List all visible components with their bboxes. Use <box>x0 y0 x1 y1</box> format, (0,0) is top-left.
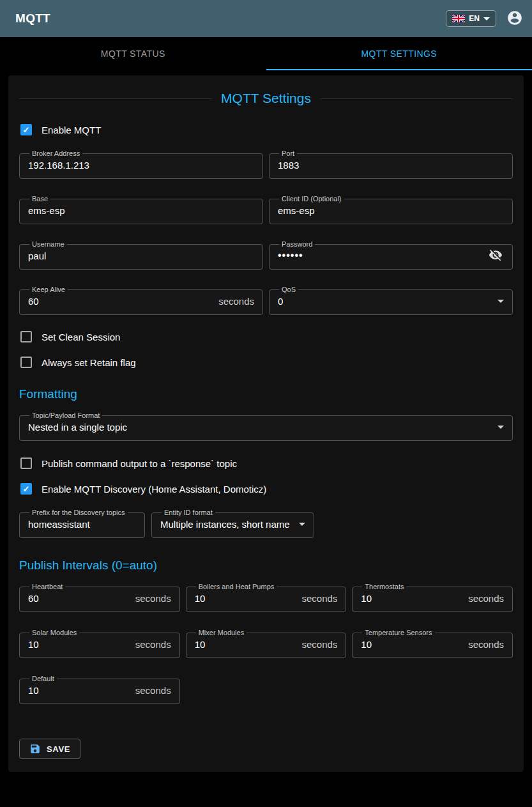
tab-mqtt-status[interactable]: MQTT STATUS <box>0 37 266 70</box>
port-field: Port <box>269 150 513 179</box>
field-label: Entity ID format <box>162 509 215 516</box>
password-input[interactable] <box>278 250 483 261</box>
topic-format-selected-value: Nested in a single topic <box>28 422 498 433</box>
dropdown-arrow-icon <box>498 300 504 303</box>
language-selector[interactable]: EN <box>446 10 496 27</box>
toggle-password-visibility-button[interactable] <box>487 247 504 265</box>
clean-session-row[interactable]: Set Clean Session <box>19 331 513 342</box>
enable-mqtt-checkbox[interactable] <box>20 124 32 135</box>
password-field: Password <box>269 240 513 270</box>
field-label: Default <box>29 675 57 682</box>
uk-flag-icon <box>452 15 465 22</box>
topic-payload-format-select[interactable]: Topic/Payload Format Nested in a single … <box>19 411 513 441</box>
default-interval-input[interactable] <box>28 685 130 696</box>
retain-flag-checkbox[interactable] <box>20 357 32 368</box>
broker-address-field: Broker Address <box>19 150 263 179</box>
field-label: Client ID (Optional) <box>279 195 344 203</box>
save-button-label: SAVE <box>47 744 70 754</box>
discovery-prefix-field: Prefix for the Discovery topics <box>19 509 145 538</box>
clean-session-checkbox[interactable] <box>20 331 32 342</box>
mqtt-discovery-row[interactable]: Enable MQTT Discovery (Home Assistant, D… <box>19 483 513 495</box>
field-label: Base <box>29 195 50 203</box>
temperature-sensors-interval-field: Temperature Sensors seconds <box>352 629 513 658</box>
publish-intervals-section-title: Publish Intervals (0=auto) <box>19 558 513 573</box>
entity-id-format-selected-value: Multiple instances, short name <box>160 519 299 530</box>
divider <box>19 98 212 99</box>
unit-suffix: seconds <box>468 639 504 650</box>
field-label: Boilers and Heat Pumps <box>196 583 277 590</box>
field-label: Topic/Payload Format <box>29 411 102 419</box>
username-input[interactable] <box>28 250 254 261</box>
tab-label: MQTT SETTINGS <box>361 49 437 59</box>
thermostats-interval-input[interactable] <box>361 593 463 604</box>
unit-suffix: seconds <box>468 593 504 604</box>
keepalive-qos-row: Keep Alive seconds QoS 0 <box>19 286 513 315</box>
checkbox-label: Always set Retain flag <box>42 357 136 368</box>
unit-suffix: seconds <box>218 296 254 307</box>
temperature-sensors-interval-input[interactable] <box>361 639 463 650</box>
visibility-off-icon <box>489 248 503 264</box>
appbar-actions: EN <box>446 10 523 28</box>
response-topic-row[interactable]: Publish command output to a `response` t… <box>19 457 513 469</box>
solar-interval-field: Solar Modules seconds <box>19 629 180 658</box>
tab-bar: MQTT STATUS MQTT SETTINGS <box>0 37 532 70</box>
solar-interval-input[interactable] <box>28 639 130 650</box>
heartbeat-interval-field: Heartbeat seconds <box>19 583 180 612</box>
save-button[interactable]: SAVE <box>19 739 80 759</box>
discovery-prefix-input[interactable] <box>28 519 136 530</box>
field-label: Solar Modules <box>29 629 79 636</box>
mixer-interval-input[interactable] <box>195 639 297 650</box>
mqtt-settings-panel: MQTT Settings Enable MQTT Broker Address… <box>8 75 524 772</box>
field-label: Prefix for the Discovery topics <box>29 509 128 516</box>
mixer-interval-field: Mixer Modules seconds <box>186 629 347 658</box>
qos-selected-value: 0 <box>278 296 498 307</box>
default-interval-field: Default seconds <box>19 675 180 704</box>
tab-label: MQTT STATUS <box>101 49 165 59</box>
field-label: QoS <box>279 286 298 293</box>
entity-id-format-select[interactable]: Entity ID format Multiple instances, sho… <box>151 509 314 538</box>
formatting-section-title: Formatting <box>19 387 513 401</box>
heartbeat-interval-input[interactable] <box>28 593 130 604</box>
retain-flag-row[interactable]: Always set Retain flag <box>19 357 513 368</box>
checkbox-label: Enable MQTT <box>42 125 101 135</box>
field-label: Thermostats <box>362 583 406 590</box>
account-button[interactable] <box>506 10 523 28</box>
page-title: MQTT Settings <box>221 91 311 106</box>
unit-suffix: seconds <box>301 593 337 604</box>
base-field: Base <box>19 195 263 224</box>
field-label: Port <box>279 150 297 157</box>
field-label: Password <box>279 240 315 248</box>
port-input[interactable] <box>278 160 504 171</box>
unit-suffix: seconds <box>301 639 337 650</box>
credentials-row: Username Password <box>19 240 513 270</box>
field-label: Keep Alive <box>29 286 68 293</box>
tab-mqtt-settings[interactable]: MQTT SETTINGS <box>266 37 532 70</box>
broker-address-input[interactable] <box>28 160 254 171</box>
unit-suffix: seconds <box>135 639 171 650</box>
dropdown-arrow-icon <box>299 523 305 526</box>
account-circle-icon <box>506 10 523 28</box>
publish-intervals-grid: Heartbeat seconds Boilers and Heat Pumps… <box>19 583 513 704</box>
enable-mqtt-row[interactable]: Enable MQTT <box>19 124 513 135</box>
field-label: Temperature Sensors <box>362 629 434 636</box>
checkbox-label: Publish command output to a `response` t… <box>42 458 237 469</box>
field-label: Mixer Modules <box>196 629 247 636</box>
boilers-interval-input[interactable] <box>195 593 297 604</box>
broker-port-row: Broker Address Port <box>19 150 513 179</box>
keep-alive-input[interactable] <box>28 296 213 307</box>
checkbox-label: Set Clean Session <box>42 332 120 342</box>
qos-select[interactable]: QoS 0 <box>269 286 513 315</box>
checkbox-label: Enable MQTT Discovery (Home Assistant, D… <box>42 484 266 495</box>
response-topic-checkbox[interactable] <box>20 457 32 469</box>
mqtt-discovery-checkbox[interactable] <box>20 483 32 495</box>
base-clientid-row: Base Client ID (Optional) <box>19 195 513 224</box>
boilers-interval-field: Boilers and Heat Pumps seconds <box>186 583 347 612</box>
field-label: Heartbeat <box>29 583 65 590</box>
divider <box>320 98 513 99</box>
field-label: Username <box>29 240 67 248</box>
language-label: EN <box>469 14 480 23</box>
base-input[interactable] <box>28 205 254 216</box>
client-id-input[interactable] <box>278 205 504 216</box>
app-bar: MQTT EN <box>0 0 532 37</box>
dropdown-arrow-icon <box>498 426 504 429</box>
